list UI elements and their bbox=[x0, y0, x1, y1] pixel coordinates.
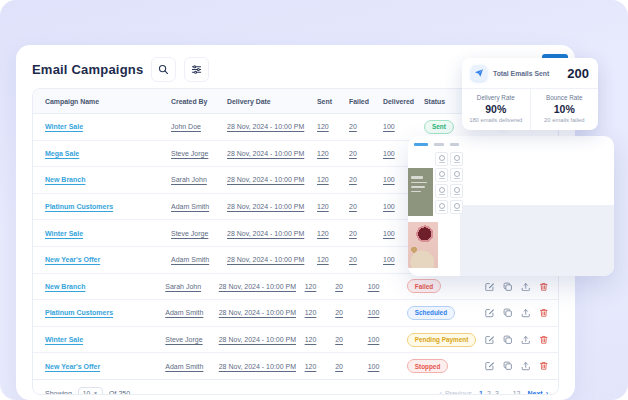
preview-mini-nav bbox=[414, 143, 459, 146]
filter-button[interactable] bbox=[184, 57, 209, 82]
stats-value: 200 bbox=[567, 66, 589, 81]
col-sent: Sent bbox=[317, 98, 349, 105]
previous-page-button[interactable]: ‹ Previous bbox=[440, 390, 473, 395]
col-created-by: Created By bbox=[171, 98, 227, 105]
pagination: ‹ Previous 123...12 Next › bbox=[440, 390, 548, 395]
copy-icon[interactable] bbox=[503, 281, 513, 291]
status-badge: Sent bbox=[424, 120, 454, 134]
preview-tile-grid bbox=[435, 152, 463, 214]
page-number-button[interactable]: 3 bbox=[495, 390, 499, 395]
delivered-count-cell: 100 bbox=[383, 150, 395, 157]
row-actions bbox=[485, 308, 558, 318]
copy-icon[interactable] bbox=[503, 335, 513, 345]
row-actions bbox=[485, 281, 558, 291]
failed-count-cell: 20 bbox=[335, 309, 343, 316]
campaign-name-link[interactable]: New Year's Offer bbox=[45, 363, 100, 370]
chevron-right-icon: › bbox=[546, 390, 548, 395]
delivery-date-cell: 28 Nov, 2024 - 10:00 PM bbox=[219, 363, 296, 370]
created-by-cell: Steve Jorge bbox=[165, 336, 202, 343]
delivered-count-cell: 100 bbox=[368, 309, 380, 316]
delivery-rate-metric: Delivery Rate 90% 180 emails delivered bbox=[462, 89, 530, 130]
search-button[interactable] bbox=[151, 57, 176, 82]
created-by-cell: Steve Jorge bbox=[171, 150, 208, 157]
next-page-button[interactable]: Next › bbox=[527, 390, 548, 395]
row-actions bbox=[485, 361, 558, 371]
copy-icon[interactable] bbox=[503, 361, 513, 371]
chevron-left-icon: ‹ bbox=[440, 390, 442, 395]
paper-plane-icon bbox=[471, 65, 487, 81]
campaign-name-link[interactable]: Platinum Customers bbox=[45, 203, 113, 210]
failed-count-cell: 20 bbox=[349, 256, 357, 263]
delivered-count-cell: 100 bbox=[383, 176, 395, 183]
delivery-date-cell: 28 Nov, 2024 - 10:00 PM bbox=[227, 123, 304, 130]
created-by-cell: Sarah John bbox=[165, 283, 201, 290]
of-total-label: Of 250 bbox=[109, 390, 130, 395]
app-window: Email Campaigns Campaign Name Created bbox=[0, 0, 628, 400]
trash-icon[interactable] bbox=[539, 308, 549, 318]
page-number-button[interactable]: 12 bbox=[513, 390, 521, 395]
table-row: New Year's OfferAdam Smith28 Nov, 2024 -… bbox=[33, 352, 558, 379]
page-number-button[interactable]: 1 bbox=[479, 390, 483, 395]
sent-count-cell: 120 bbox=[317, 203, 329, 210]
trash-icon[interactable] bbox=[539, 281, 549, 291]
sent-count-cell: 120 bbox=[305, 363, 317, 370]
campaign-name-link[interactable]: New Year's Offer bbox=[45, 256, 100, 263]
delivery-date-cell: 28 Nov, 2024 - 10:00 PM bbox=[219, 336, 296, 343]
campaign-name-link[interactable]: Winter Sale bbox=[45, 230, 83, 237]
upload-icon[interactable] bbox=[521, 335, 531, 345]
upload-icon[interactable] bbox=[521, 361, 531, 371]
page-number-button[interactable]: 2 bbox=[487, 390, 491, 395]
col-delivered: Delivered bbox=[383, 98, 424, 105]
campaign-name-link[interactable]: Platinum Customers bbox=[45, 309, 113, 316]
status-badge: Scheduled bbox=[407, 306, 455, 320]
table-row: Winter SaleSteve Jorge28 Nov, 2024 - 10:… bbox=[33, 326, 558, 353]
preview-product-tile bbox=[435, 200, 448, 214]
campaign-name-link[interactable]: New Branch bbox=[45, 283, 85, 290]
upload-icon[interactable] bbox=[521, 281, 531, 291]
preview-product-tile bbox=[450, 184, 463, 198]
campaign-name-link[interactable]: New Branch bbox=[45, 176, 85, 183]
edit-icon[interactable] bbox=[485, 308, 495, 318]
col-delivery-date: Delivery Date bbox=[227, 98, 317, 105]
created-by-cell: John Doe bbox=[171, 123, 201, 130]
failed-count-cell: 20 bbox=[349, 176, 357, 183]
preview-canvas bbox=[460, 205, 614, 276]
trash-icon[interactable] bbox=[539, 335, 549, 345]
page-size-value: 10 bbox=[83, 390, 90, 395]
edit-icon[interactable] bbox=[485, 361, 495, 371]
copy-icon[interactable] bbox=[503, 308, 513, 318]
page-ellipsis: ... bbox=[503, 390, 509, 395]
preview-product-tile bbox=[450, 200, 463, 214]
created-by-cell: Adam Smith bbox=[165, 363, 203, 370]
delivery-date-cell: 28 Nov, 2024 - 10:00 PM bbox=[227, 150, 304, 157]
delivery-date-cell: 28 Nov, 2024 - 10:00 PM bbox=[219, 309, 296, 316]
status-badge: Failed bbox=[407, 279, 441, 293]
col-campaign-name: Campaign Name bbox=[33, 98, 171, 105]
preview-product-tile bbox=[435, 152, 448, 166]
campaign-name-link[interactable]: Mega Sale bbox=[45, 150, 79, 157]
mini-nav-tab bbox=[450, 143, 459, 146]
failed-count-cell: 20 bbox=[335, 336, 343, 343]
delivered-count-cell: 100 bbox=[383, 203, 395, 210]
created-by-cell: Adam Smith bbox=[165, 309, 203, 316]
page-size-select[interactable]: 10 ▼ bbox=[78, 387, 103, 395]
edit-icon[interactable] bbox=[485, 281, 495, 291]
edit-icon[interactable] bbox=[485, 335, 495, 345]
search-icon bbox=[158, 64, 169, 75]
delivered-count-cell: 100 bbox=[368, 336, 380, 343]
trash-icon[interactable] bbox=[539, 361, 549, 371]
campaign-name-link[interactable]: Winter Sale bbox=[45, 123, 83, 130]
mini-nav-tab bbox=[434, 143, 444, 146]
upload-icon[interactable] bbox=[521, 308, 531, 318]
campaign-name-link[interactable]: Winter Sale bbox=[45, 336, 83, 343]
failed-count-cell: 20 bbox=[349, 150, 357, 157]
status-badge: Pending Payment bbox=[407, 333, 477, 347]
failed-count-cell: 20 bbox=[349, 123, 357, 130]
preview-photo-coffee-cup bbox=[408, 222, 438, 268]
created-by-cell: Steve Jorge bbox=[171, 230, 208, 237]
delivered-count-cell: 100 bbox=[383, 256, 395, 263]
stats-label: Total Emails Sent bbox=[493, 70, 549, 77]
preview-product-tile bbox=[450, 152, 463, 166]
failed-count-cell: 20 bbox=[349, 230, 357, 237]
template-preview-popup bbox=[408, 136, 614, 276]
